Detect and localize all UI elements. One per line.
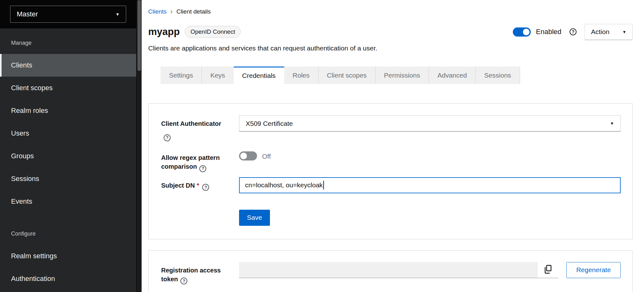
sidebar-nav: Manage Clients Client scopes Realm roles… bbox=[0, 28, 136, 292]
sidebar-item-client-scopes[interactable]: Client scopes bbox=[0, 77, 136, 99]
breadcrumb-separator-icon: › bbox=[170, 8, 173, 16]
subject-dn-input[interactable]: cn=localhost, ou=keycloak bbox=[239, 177, 621, 193]
realm-selector[interactable]: Master ▼ bbox=[10, 6, 126, 23]
app-window: Master ▼ Manage Clients Client scopes Re… bbox=[0, 0, 644, 292]
registration-token-row: Registration access token? bbox=[161, 262, 621, 285]
sidebar-item-groups[interactable]: Groups bbox=[0, 145, 136, 167]
save-button[interactable]: Save bbox=[239, 210, 270, 226]
regenerate-button[interactable]: Regenerate bbox=[566, 262, 621, 278]
registration-token-help-icon[interactable]: ? bbox=[180, 277, 187, 284]
nav-list-configure: Realm settings Authentication bbox=[0, 245, 136, 290]
regex-compare-state: Off bbox=[262, 153, 271, 160]
registration-token-card: Registration access token? bbox=[148, 250, 633, 292]
protocol-badge: OpenID Connect bbox=[185, 26, 241, 38]
main-content: Clients › Client details myapp OpenID Co… bbox=[142, 0, 644, 292]
client-authenticator-label: Client Authenticator ? bbox=[161, 115, 239, 141]
sidebar-masthead: Master ▼ bbox=[0, 0, 136, 28]
client-authenticator-value: X509 Certificate bbox=[246, 120, 293, 127]
sidebar-item-events[interactable]: Events bbox=[0, 190, 136, 213]
chevron-down-icon: ▼ bbox=[115, 12, 120, 16]
enabled-toggle[interactable] bbox=[513, 27, 531, 37]
required-marker: * bbox=[197, 182, 199, 189]
page-description: Clients are applications and services th… bbox=[148, 44, 633, 52]
regex-compare-help-icon[interactable]: ? bbox=[199, 165, 206, 172]
enabled-help-icon[interactable]: ? bbox=[570, 28, 577, 35]
realm-selector-label: Master bbox=[17, 10, 38, 18]
sidebar-item-authentication[interactable]: Authentication bbox=[0, 267, 136, 290]
subject-dn-help-icon[interactable]: ? bbox=[202, 184, 209, 191]
page-header: myapp OpenID Connect Enabled ? Action ▼ bbox=[148, 23, 633, 40]
client-authenticator-row: Client Authenticator ? X509 Certificate … bbox=[161, 115, 621, 141]
tab-credentials[interactable]: Credentials bbox=[234, 67, 284, 84]
registration-token-input bbox=[239, 262, 538, 278]
nav-section-title-manage: Manage bbox=[11, 40, 136, 46]
copy-button[interactable] bbox=[538, 262, 558, 278]
tab-sessions[interactable]: Sessions bbox=[476, 67, 520, 84]
registration-token-label: Registration access token? bbox=[161, 262, 239, 285]
chevron-down-icon: ▼ bbox=[610, 121, 614, 126]
nav-section-manage: Manage Clients Client scopes Realm roles… bbox=[0, 40, 136, 213]
tab-settings[interactable]: Settings bbox=[161, 67, 202, 84]
sidebar-item-users[interactable]: Users bbox=[0, 122, 136, 145]
action-dropdown[interactable]: Action ▼ bbox=[585, 24, 633, 40]
page-title: myapp bbox=[148, 26, 180, 38]
sidebar-item-clients[interactable]: Clients bbox=[0, 54, 136, 77]
regex-compare-toggle-knob bbox=[240, 153, 247, 159]
subject-dn-row: Subject DN*? cn=localhost, ou=keycloak bbox=[161, 177, 621, 193]
text-cursor bbox=[323, 181, 324, 190]
tab-bar: Settings Keys Credentials Roles Client s… bbox=[161, 67, 633, 84]
subject-dn-label: Subject DN*? bbox=[161, 177, 239, 193]
enabled-toggle-knob bbox=[523, 29, 530, 35]
action-dropdown-label: Action bbox=[591, 28, 609, 36]
copy-icon bbox=[544, 265, 552, 275]
tab-roles[interactable]: Roles bbox=[284, 67, 319, 84]
sidebar-item-realm-settings[interactable]: Realm settings bbox=[0, 245, 136, 267]
regex-compare-label: Allow regex pattern comparison? bbox=[161, 149, 239, 172]
nav-list-manage: Clients Client scopes Realm roles Users … bbox=[0, 54, 136, 213]
credentials-card: Client Authenticator ? X509 Certificate … bbox=[148, 103, 633, 239]
sidebar-scrollbar[interactable] bbox=[136, 0, 142, 292]
regex-compare-toggle[interactable] bbox=[239, 151, 257, 161]
subject-dn-value: cn=localhost, ou=keycloak bbox=[245, 181, 323, 189]
client-authenticator-help-icon[interactable]: ? bbox=[164, 134, 171, 141]
breadcrumb: Clients › Client details bbox=[148, 0, 633, 16]
header-actions: Enabled ? Action ▼ bbox=[513, 24, 633, 40]
tab-permissions[interactable]: Permissions bbox=[376, 67, 429, 84]
regex-compare-row: Allow regex pattern comparison? Off bbox=[161, 149, 621, 172]
chevron-down-icon: ▼ bbox=[622, 30, 626, 34]
sidebar-scrollbar-thumb[interactable] bbox=[138, 0, 141, 71]
breadcrumb-current: Client details bbox=[176, 8, 211, 15]
sidebar-item-sessions[interactable]: Sessions bbox=[0, 167, 136, 190]
sidebar: Master ▼ Manage Clients Client scopes Re… bbox=[0, 0, 136, 292]
enabled-label: Enabled bbox=[536, 28, 561, 36]
tab-advanced[interactable]: Advanced bbox=[429, 67, 476, 84]
tab-client-scopes[interactable]: Client scopes bbox=[319, 67, 376, 84]
nav-section-title-configure: Configure bbox=[11, 231, 136, 237]
tab-keys[interactable]: Keys bbox=[202, 67, 234, 84]
breadcrumb-link-clients[interactable]: Clients bbox=[148, 8, 167, 15]
client-authenticator-select[interactable]: X509 Certificate ▼ bbox=[239, 115, 621, 131]
sidebar-item-realm-roles[interactable]: Realm roles bbox=[0, 99, 136, 122]
nav-section-configure: Configure Realm settings Authentication bbox=[0, 231, 136, 290]
